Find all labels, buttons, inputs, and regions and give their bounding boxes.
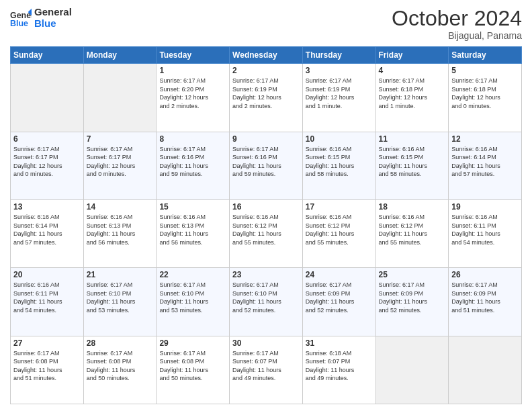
calendar-cell: 24Sunrise: 6:17 AM Sunset: 6:09 PM Dayli…: [302, 268, 375, 336]
day-number: 19: [451, 202, 519, 212]
page: General Blue General Blue October 2024 B…: [0, 0, 532, 411]
day-number: 27: [13, 338, 81, 348]
logo-general: General: [34, 7, 72, 18]
location-subtitle: Bijagual, Panama: [392, 30, 522, 41]
cell-info: Sunrise: 6:16 AM Sunset: 6:12 PM Dayligh…: [306, 213, 373, 246]
day-number: 11: [379, 134, 446, 144]
calendar-cell: 1Sunrise: 6:17 AM Sunset: 6:20 PM Daylig…: [157, 64, 230, 132]
cell-info: Sunrise: 6:17 AM Sunset: 6:10 PM Dayligh…: [87, 281, 154, 314]
day-number: 6: [13, 134, 81, 144]
day-number: 8: [159, 134, 226, 144]
day-number: 5: [451, 66, 519, 75]
weekday-header-sunday: Sunday: [11, 47, 84, 64]
day-number: 17: [306, 202, 373, 212]
weekday-header-wednesday: Wednesday: [230, 47, 303, 64]
cell-info: Sunrise: 6:16 AM Sunset: 6:15 PM Dayligh…: [379, 145, 446, 179]
day-number: 15: [159, 202, 226, 212]
calendar-cell: 16Sunrise: 6:16 AM Sunset: 6:12 PM Dayli…: [230, 199, 303, 267]
calendar-cell: 23Sunrise: 6:17 AM Sunset: 6:10 PM Dayli…: [230, 268, 303, 336]
calendar-cell: 26Sunrise: 6:17 AM Sunset: 6:09 PM Dayli…: [449, 268, 522, 336]
cell-info: Sunrise: 6:17 AM Sunset: 6:10 PM Dayligh…: [159, 281, 226, 314]
calendar-cell: 25Sunrise: 6:17 AM Sunset: 6:09 PM Dayli…: [375, 268, 449, 336]
day-number: 14: [87, 202, 154, 212]
day-number: 29: [159, 338, 226, 348]
weekday-header-row: SundayMondayTuesdayWednesdayThursdayFrid…: [11, 47, 522, 64]
calendar-cell: [375, 336, 449, 404]
day-number: 1: [159, 66, 226, 75]
day-number: 26: [451, 270, 519, 279]
calendar-cell: 17Sunrise: 6:16 AM Sunset: 6:12 PM Dayli…: [302, 199, 375, 267]
day-number: 30: [232, 338, 300, 348]
calendar-cell: 27Sunrise: 6:17 AM Sunset: 6:08 PM Dayli…: [11, 336, 84, 404]
day-number: 16: [232, 202, 300, 212]
day-number: 25: [379, 270, 446, 279]
cell-info: Sunrise: 6:17 AM Sunset: 6:16 PM Dayligh…: [232, 145, 300, 179]
calendar-cell: 8Sunrise: 6:17 AM Sunset: 6:16 PM Daylig…: [157, 132, 230, 199]
weekday-header-monday: Monday: [83, 47, 157, 64]
cell-info: Sunrise: 6:17 AM Sunset: 6:20 PM Dayligh…: [159, 77, 226, 110]
logo-blue: Blue: [34, 18, 72, 30]
day-number: 9: [232, 134, 300, 144]
cell-info: Sunrise: 6:17 AM Sunset: 6:18 PM Dayligh…: [451, 77, 519, 110]
calendar-cell: 11Sunrise: 6:16 AM Sunset: 6:15 PM Dayli…: [375, 132, 449, 199]
calendar-cell: 20Sunrise: 6:16 AM Sunset: 6:11 PM Dayli…: [11, 268, 84, 336]
calendar-cell: 30Sunrise: 6:17 AM Sunset: 6:07 PM Dayli…: [230, 336, 303, 404]
cell-info: Sunrise: 6:17 AM Sunset: 6:07 PM Dayligh…: [232, 349, 300, 383]
cell-info: Sunrise: 6:16 AM Sunset: 6:14 PM Dayligh…: [13, 213, 81, 246]
weekday-header-saturday: Saturday: [449, 47, 522, 64]
cell-info: Sunrise: 6:16 AM Sunset: 6:14 PM Dayligh…: [451, 145, 519, 179]
cell-info: Sunrise: 6:17 AM Sunset: 6:18 PM Dayligh…: [379, 77, 446, 110]
cell-info: Sunrise: 6:18 AM Sunset: 6:07 PM Dayligh…: [306, 349, 373, 383]
svg-text:Blue: Blue: [10, 19, 28, 28]
day-number: 13: [13, 202, 81, 212]
calendar-cell: 7Sunrise: 6:17 AM Sunset: 6:17 PM Daylig…: [83, 132, 157, 199]
day-number: 22: [159, 270, 226, 279]
day-number: 10: [306, 134, 373, 144]
header: General Blue General Blue October 2024 B…: [10, 7, 522, 41]
cell-info: Sunrise: 6:16 AM Sunset: 6:11 PM Dayligh…: [13, 281, 81, 314]
cell-info: Sunrise: 6:16 AM Sunset: 6:13 PM Dayligh…: [87, 213, 154, 246]
weekday-header-friday: Friday: [375, 47, 449, 64]
calendar-cell: 19Sunrise: 6:16 AM Sunset: 6:11 PM Dayli…: [449, 199, 522, 267]
cell-info: Sunrise: 6:16 AM Sunset: 6:15 PM Dayligh…: [306, 145, 373, 179]
calendar-cell: [83, 64, 157, 132]
week-row-1: 1Sunrise: 6:17 AM Sunset: 6:20 PM Daylig…: [11, 64, 522, 132]
day-number: 31: [306, 338, 373, 348]
cell-info: Sunrise: 6:17 AM Sunset: 6:17 PM Dayligh…: [13, 145, 81, 179]
week-row-3: 13Sunrise: 6:16 AM Sunset: 6:14 PM Dayli…: [11, 199, 522, 267]
calendar-cell: 29Sunrise: 6:17 AM Sunset: 6:08 PM Dayli…: [157, 336, 230, 404]
day-number: 7: [87, 134, 154, 144]
calendar-cell: 14Sunrise: 6:16 AM Sunset: 6:13 PM Dayli…: [83, 199, 157, 267]
cell-info: Sunrise: 6:17 AM Sunset: 6:19 PM Dayligh…: [306, 77, 373, 110]
weekday-header-thursday: Thursday: [302, 47, 375, 64]
cell-info: Sunrise: 6:17 AM Sunset: 6:10 PM Dayligh…: [232, 281, 300, 314]
month-title: October 2024: [392, 7, 522, 30]
cell-info: Sunrise: 6:17 AM Sunset: 6:19 PM Dayligh…: [232, 77, 300, 110]
day-number: 4: [379, 66, 446, 75]
calendar-cell: 4Sunrise: 6:17 AM Sunset: 6:18 PM Daylig…: [375, 64, 449, 132]
calendar-cell: 22Sunrise: 6:17 AM Sunset: 6:10 PM Dayli…: [157, 268, 230, 336]
week-row-2: 6Sunrise: 6:17 AM Sunset: 6:17 PM Daylig…: [11, 132, 522, 199]
calendar-cell: [11, 64, 84, 132]
cell-info: Sunrise: 6:17 AM Sunset: 6:09 PM Dayligh…: [451, 281, 519, 314]
calendar-cell: 5Sunrise: 6:17 AM Sunset: 6:18 PM Daylig…: [449, 64, 522, 132]
cell-info: Sunrise: 6:16 AM Sunset: 6:13 PM Dayligh…: [159, 213, 226, 246]
calendar-cell: 9Sunrise: 6:17 AM Sunset: 6:16 PM Daylig…: [230, 132, 303, 199]
day-number: 12: [451, 134, 519, 144]
cell-info: Sunrise: 6:16 AM Sunset: 6:12 PM Dayligh…: [379, 213, 446, 246]
day-number: 21: [87, 270, 154, 279]
title-block: October 2024 Bijagual, Panama: [392, 7, 522, 41]
cell-info: Sunrise: 6:17 AM Sunset: 6:08 PM Dayligh…: [13, 349, 81, 383]
day-number: 20: [13, 270, 81, 279]
cell-info: Sunrise: 6:16 AM Sunset: 6:12 PM Dayligh…: [232, 213, 300, 246]
week-row-5: 27Sunrise: 6:17 AM Sunset: 6:08 PM Dayli…: [11, 336, 522, 404]
calendar-cell: 15Sunrise: 6:16 AM Sunset: 6:13 PM Dayli…: [157, 199, 230, 267]
calendar-cell: 13Sunrise: 6:16 AM Sunset: 6:14 PM Dayli…: [11, 199, 84, 267]
calendar-cell: 21Sunrise: 6:17 AM Sunset: 6:10 PM Dayli…: [83, 268, 157, 336]
cell-info: Sunrise: 6:17 AM Sunset: 6:17 PM Dayligh…: [87, 145, 154, 179]
cell-info: Sunrise: 6:16 AM Sunset: 6:11 PM Dayligh…: [451, 213, 519, 246]
calendar-cell: 12Sunrise: 6:16 AM Sunset: 6:14 PM Dayli…: [449, 132, 522, 199]
logo-icon: General Blue: [10, 7, 32, 29]
day-number: 23: [232, 270, 300, 279]
weekday-header-tuesday: Tuesday: [157, 47, 230, 64]
